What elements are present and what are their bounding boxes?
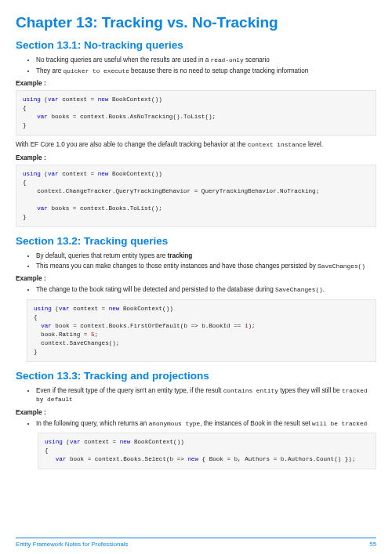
example-label: Example : [16, 409, 376, 416]
example-label: Example : [16, 80, 376, 87]
footer-title: Entity Framework Notes for Professionals [16, 541, 128, 548]
page-number: 55 [369, 541, 376, 548]
bullet-list: By default, queries that return entity t… [16, 252, 376, 271]
code-block: using (var context = new BookContext()) … [16, 165, 376, 227]
example-label: Example : [16, 154, 376, 161]
list-item: They are quicker to execute because ther… [36, 67, 376, 76]
code-block: using (var context = new BookContext()) … [38, 433, 376, 469]
example-label: Example : [16, 275, 376, 282]
section-heading-13-3: Section 13.3: Tracking and projections [16, 370, 376, 382]
bullet-list: No tracking queries are useful when the … [16, 56, 376, 75]
paragraph: With EF Core 1.0 you are also able to ch… [16, 140, 376, 150]
list-item: In the following query, which returns an… [36, 419, 376, 429]
list-item: Even if the result type of the query isn… [36, 386, 376, 404]
list-item: The change to the book rating will be de… [36, 285, 376, 295]
chapter-title: Chapter 13: Tracking vs. No-Tracking [16, 14, 376, 31]
code-block: using (var context = new BookContext()) … [16, 90, 376, 136]
list-item: By default, queries that return entity t… [36, 252, 376, 260]
section-heading-13-1: Section 13.1: No-tracking queries [16, 39, 376, 51]
page-footer: Entity Framework Notes for Professionals… [16, 538, 376, 548]
section-heading-13-2: Section 13.2: Tracking queries [16, 235, 376, 247]
code-block: using (var context = new BookContext()) … [27, 299, 376, 362]
list-item: This means you can make changes to those… [36, 262, 376, 271]
bullet-list: The change to the book rating will be de… [16, 285, 376, 295]
bullet-list: In the following query, which returns an… [16, 419, 376, 429]
bullet-list: Even if the result type of the query isn… [16, 386, 376, 404]
list-item: No tracking queries are useful when the … [36, 56, 376, 65]
